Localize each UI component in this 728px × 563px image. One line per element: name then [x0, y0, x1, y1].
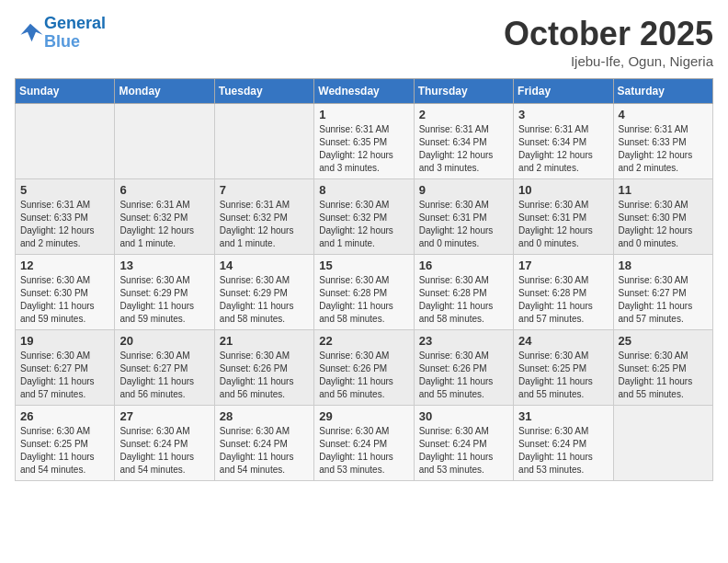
calendar-cell: 3Sunrise: 6:31 AM Sunset: 6:34 PM Daylig… [514, 104, 613, 179]
weekday-header-friday: Friday [514, 79, 613, 104]
calendar-cell: 2Sunrise: 6:31 AM Sunset: 6:34 PM Daylig… [414, 104, 513, 179]
calendar-cell: 4Sunrise: 6:31 AM Sunset: 6:33 PM Daylig… [613, 104, 712, 179]
calendar-cell: 8Sunrise: 6:30 AM Sunset: 6:32 PM Daylig… [314, 179, 414, 255]
calendar-cell [115, 104, 214, 179]
day-info: Sunrise: 6:30 AM Sunset: 6:25 PM Dayligh… [619, 350, 708, 401]
calendar-cell [16, 104, 115, 179]
calendar-cell: 11Sunrise: 6:30 AM Sunset: 6:30 PM Dayli… [613, 179, 712, 255]
day-number: 21 [220, 334, 309, 348]
day-info: Sunrise: 6:30 AM Sunset: 6:30 PM Dayligh… [20, 274, 109, 326]
weekday-header-monday: Monday [115, 79, 214, 104]
day-number: 19 [20, 334, 109, 348]
calendar-cell: 25Sunrise: 6:30 AM Sunset: 6:25 PM Dayli… [613, 330, 712, 406]
day-number: 5 [20, 183, 109, 197]
day-number: 24 [518, 334, 608, 348]
day-info: Sunrise: 6:30 AM Sunset: 6:27 PM Dayligh… [20, 350, 109, 401]
day-info: Sunrise: 6:31 AM Sunset: 6:35 PM Dayligh… [319, 123, 408, 175]
calendar-cell: 10Sunrise: 6:30 AM Sunset: 6:31 PM Dayli… [514, 179, 613, 255]
day-number: 14 [220, 259, 309, 272]
day-info: Sunrise: 6:30 AM Sunset: 6:24 PM Dayligh… [319, 425, 408, 477]
calendar-cell: 9Sunrise: 6:30 AM Sunset: 6:31 PM Daylig… [414, 179, 513, 255]
calendar-week-row: 12Sunrise: 6:30 AM Sunset: 6:30 PM Dayli… [16, 255, 713, 330]
calendar-week-row: 1Sunrise: 6:31 AM Sunset: 6:35 PM Daylig… [16, 104, 713, 179]
calendar-cell [214, 104, 313, 179]
logo: GeneralBlue [15, 15, 106, 52]
day-info: Sunrise: 6:30 AM Sunset: 6:24 PM Dayligh… [518, 425, 608, 477]
calendar-cell: 28Sunrise: 6:30 AM Sunset: 6:24 PM Dayli… [214, 406, 313, 481]
day-number: 4 [619, 108, 708, 121]
calendar-cell: 7Sunrise: 6:31 AM Sunset: 6:32 PM Daylig… [214, 179, 313, 255]
calendar-cell: 31Sunrise: 6:30 AM Sunset: 6:24 PM Dayli… [514, 406, 613, 481]
day-number: 2 [419, 108, 508, 121]
day-info: Sunrise: 6:30 AM Sunset: 6:30 PM Dayligh… [619, 199, 708, 250]
calendar-cell: 15Sunrise: 6:30 AM Sunset: 6:28 PM Dayli… [314, 255, 414, 330]
calendar-cell: 18Sunrise: 6:30 AM Sunset: 6:27 PM Dayli… [613, 255, 712, 330]
weekday-header-thursday: Thursday [414, 79, 513, 104]
title-block: October 2025 Ijebu-Ife, Ogun, Nigeria [504, 15, 713, 69]
day-info: Sunrise: 6:30 AM Sunset: 6:24 PM Dayligh… [419, 425, 508, 477]
day-number: 11 [619, 183, 708, 197]
calendar-cell: 20Sunrise: 6:30 AM Sunset: 6:27 PM Dayli… [115, 330, 214, 406]
day-info: Sunrise: 6:30 AM Sunset: 6:28 PM Dayligh… [419, 274, 508, 326]
day-info: Sunrise: 6:31 AM Sunset: 6:32 PM Dayligh… [119, 199, 209, 250]
calendar-cell: 6Sunrise: 6:31 AM Sunset: 6:32 PM Daylig… [115, 179, 214, 255]
calendar-cell: 26Sunrise: 6:30 AM Sunset: 6:25 PM Dayli… [16, 406, 115, 481]
calendar-cell: 29Sunrise: 6:30 AM Sunset: 6:24 PM Dayli… [314, 406, 414, 481]
calendar-cell: 16Sunrise: 6:30 AM Sunset: 6:28 PM Dayli… [414, 255, 513, 330]
calendar-cell: 23Sunrise: 6:30 AM Sunset: 6:26 PM Dayli… [414, 330, 513, 406]
day-number: 12 [20, 259, 109, 272]
weekday-header-wednesday: Wednesday [314, 79, 414, 104]
svg-marker-0 [21, 24, 43, 42]
day-info: Sunrise: 6:30 AM Sunset: 6:31 PM Dayligh… [419, 199, 508, 250]
day-number: 16 [419, 259, 508, 272]
day-number: 26 [20, 409, 109, 423]
day-number: 1 [319, 108, 408, 121]
calendar-cell: 14Sunrise: 6:30 AM Sunset: 6:29 PM Dayli… [214, 255, 313, 330]
calendar-cell: 17Sunrise: 6:30 AM Sunset: 6:28 PM Dayli… [514, 255, 613, 330]
calendar-cell: 30Sunrise: 6:30 AM Sunset: 6:24 PM Dayli… [414, 406, 513, 481]
calendar-week-row: 19Sunrise: 6:30 AM Sunset: 6:27 PM Dayli… [16, 330, 713, 406]
day-number: 9 [419, 183, 508, 197]
weekday-header-sunday: Sunday [16, 79, 115, 104]
logo-icon [17, 21, 44, 44]
day-number: 15 [319, 259, 408, 272]
weekday-header-tuesday: Tuesday [214, 79, 313, 104]
day-number: 20 [119, 334, 209, 348]
day-number: 22 [319, 334, 408, 348]
day-info: Sunrise: 6:30 AM Sunset: 6:31 PM Dayligh… [518, 199, 608, 250]
day-info: Sunrise: 6:30 AM Sunset: 6:28 PM Dayligh… [518, 274, 608, 326]
logo-text: GeneralBlue [44, 15, 106, 52]
calendar-cell: 24Sunrise: 6:30 AM Sunset: 6:25 PM Dayli… [514, 330, 613, 406]
day-number: 30 [419, 409, 508, 423]
day-number: 25 [619, 334, 708, 348]
day-number: 31 [518, 409, 608, 423]
calendar-week-row: 5Sunrise: 6:31 AM Sunset: 6:33 PM Daylig… [16, 179, 713, 255]
day-number: 27 [119, 409, 209, 423]
calendar-table: SundayMondayTuesdayWednesdayThursdayFrid… [15, 78, 713, 481]
day-info: Sunrise: 6:30 AM Sunset: 6:32 PM Dayligh… [319, 199, 408, 250]
day-number: 13 [119, 259, 209, 272]
day-info: Sunrise: 6:30 AM Sunset: 6:27 PM Dayligh… [619, 274, 708, 326]
day-info: Sunrise: 6:30 AM Sunset: 6:27 PM Dayligh… [119, 350, 209, 401]
day-number: 8 [319, 183, 408, 197]
day-info: Sunrise: 6:30 AM Sunset: 6:24 PM Dayligh… [220, 425, 309, 477]
day-number: 17 [518, 259, 608, 272]
location: Ijebu-Ife, Ogun, Nigeria [504, 53, 713, 69]
calendar-cell: 13Sunrise: 6:30 AM Sunset: 6:29 PM Dayli… [115, 255, 214, 330]
month-title: October 2025 [504, 15, 713, 53]
day-number: 3 [518, 108, 608, 121]
day-number: 18 [619, 259, 708, 272]
calendar-cell: 1Sunrise: 6:31 AM Sunset: 6:35 PM Daylig… [314, 104, 414, 179]
day-info: Sunrise: 6:30 AM Sunset: 6:28 PM Dayligh… [319, 274, 408, 326]
calendar-cell: 19Sunrise: 6:30 AM Sunset: 6:27 PM Dayli… [16, 330, 115, 406]
calendar-cell: 27Sunrise: 6:30 AM Sunset: 6:24 PM Dayli… [115, 406, 214, 481]
day-info: Sunrise: 6:30 AM Sunset: 6:26 PM Dayligh… [319, 350, 408, 401]
day-number: 6 [119, 183, 209, 197]
day-info: Sunrise: 6:30 AM Sunset: 6:25 PM Dayligh… [20, 425, 109, 477]
day-number: 10 [518, 183, 608, 197]
day-info: Sunrise: 6:30 AM Sunset: 6:26 PM Dayligh… [419, 350, 508, 401]
day-info: Sunrise: 6:31 AM Sunset: 6:33 PM Dayligh… [619, 123, 708, 175]
day-info: Sunrise: 6:31 AM Sunset: 6:34 PM Dayligh… [518, 123, 608, 175]
day-info: Sunrise: 6:30 AM Sunset: 6:25 PM Dayligh… [518, 350, 608, 401]
calendar-cell: 21Sunrise: 6:30 AM Sunset: 6:26 PM Dayli… [214, 330, 313, 406]
